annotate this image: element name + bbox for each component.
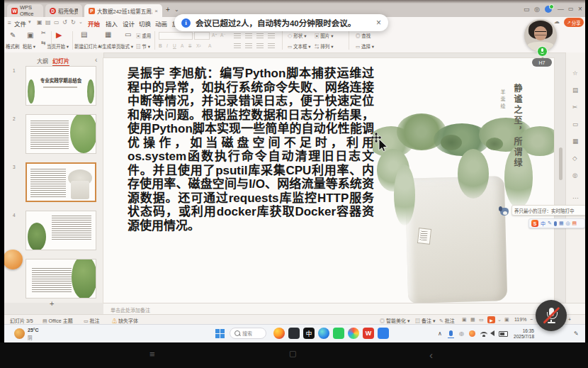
weather-icon[interactable] [14, 328, 25, 339]
tab-wps-home[interactable]: W WPS Office [7, 4, 43, 17]
slideshow-play-button[interactable]: ▶ [487, 316, 495, 323]
toast-close-icon[interactable]: × [376, 18, 381, 28]
format-painter-button[interactable]: 格式刷 [6, 43, 20, 50]
tray-hidden-icons-chevron[interactable]: ∧ [438, 330, 442, 337]
quickbar-caret-icon[interactable]: ⌄ [79, 19, 83, 25]
beautify-button[interactable]: ◎ 智能美化 ▾ [380, 317, 409, 324]
textbox-button[interactable]: ▭ 文本框 ▾ [288, 43, 311, 50]
comments-button[interactable]: ▭ 批注 [84, 317, 100, 324]
account-avatar[interactable] [545, 6, 552, 13]
bold-button[interactable]: B [159, 43, 162, 48]
highlight-button[interactable]: A [208, 43, 211, 48]
tab-docer-templates[interactable]: D 稻壳免费模板 [45, 4, 82, 17]
export-icon[interactable]: ▭ [54, 19, 60, 26]
normal-view-icon[interactable]: ▣ [462, 317, 467, 323]
cloud-sync-icon[interactable]: ☁ [554, 18, 560, 25]
superscript-button[interactable]: X² [196, 43, 201, 48]
rail-more-icon[interactable]: ⋯ [572, 194, 579, 201]
slides-tab[interactable]: 幻灯片 [52, 57, 69, 67]
underline-button[interactable]: U [173, 43, 176, 48]
ime-keyboard-icon[interactable]: ▦ [559, 221, 564, 226]
paste-icon[interactable]: ▣ [27, 31, 33, 39]
arrange-button[interactable]: ⇆ 排列 ▾ [315, 43, 333, 50]
reuse-slides-button[interactable]: ▣ 重用 [136, 32, 151, 39]
green-messenger-icon[interactable] [333, 328, 344, 339]
ai-generate-icon[interactable]: ▦ [105, 30, 111, 38]
meeting-mic-muted-button[interactable] [536, 300, 567, 331]
nav-back-button[interactable]: ‹ [429, 349, 433, 361]
annotate-button[interactable]: ✎ 批注 [439, 317, 455, 324]
new-slide-icon[interactable]: ▤ [81, 30, 87, 38]
play-from-current-icon[interactable]: ▶ [56, 30, 62, 40]
select-button[interactable]: ▭ 选择 ▾ [356, 43, 374, 50]
dark-app-icon[interactable] [288, 328, 300, 339]
font-color-button[interactable]: A [181, 43, 183, 48]
rail-grid-icon[interactable]: ▦ [572, 138, 578, 145]
reading-view-icon[interactable]: ▭ [479, 317, 484, 323]
file-menu-caret-icon[interactable]: ▾ [28, 19, 31, 25]
print-icon[interactable]: ▤ [45, 19, 51, 26]
shapes-button[interactable]: ◇ 形状 ▾ [288, 32, 306, 39]
indent-increase-icon[interactable] [268, 33, 275, 38]
align-center-icon[interactable] [245, 43, 252, 48]
slide-thumbnail-3-selected[interactable] [26, 162, 96, 202]
slide-thumbnail-1[interactable]: 专业实践学期总结会 [26, 66, 96, 106]
fullscreen-icon[interactable]: ▣ [504, 317, 509, 323]
hamburger-menu-icon[interactable]: ≡ [8, 19, 11, 26]
new-tab-button[interactable]: + [166, 6, 170, 13]
align-left-icon[interactable] [234, 43, 241, 48]
redo-icon[interactable]: ↻ [71, 19, 76, 26]
new-slide-button[interactable]: 新建幻灯片 ▾ [74, 43, 101, 50]
tray-mic-icon[interactable] [449, 330, 453, 336]
close-tab-icon[interactable]: × [154, 8, 158, 14]
add-slide-button[interactable]: + [50, 299, 54, 308]
collapse-panel-icon[interactable]: ‹ [95, 56, 97, 64]
browser-globe-icon[interactable] [348, 328, 359, 339]
play-options-caret-icon[interactable]: ⌄ [497, 317, 502, 323]
theme-button[interactable]: ▤ Office 主题 [43, 317, 73, 324]
copy-icon[interactable]: ⇆ [41, 40, 46, 46]
menu-tab-animation[interactable]: 动画 [155, 19, 167, 28]
slide-thumbnail-5[interactable] [26, 259, 96, 299]
tab-active-presentation[interactable]: P 大数据242班1组第五周总结.pptx × [84, 4, 162, 17]
menu-tab-transition[interactable]: 切换 [139, 19, 151, 28]
ime-emoji-icon[interactable]: ◎ [566, 221, 570, 226]
strikethrough-button[interactable]: S [188, 43, 191, 48]
slide-thumbnail-4[interactable] [26, 211, 96, 250]
picture-button[interactable]: ▣ 图片 ▾ [315, 32, 333, 39]
layout-icon[interactable]: ▭ [125, 30, 131, 38]
paste-button[interactable]: 粘贴 ▾ [23, 43, 35, 50]
outline-tab[interactable]: 大纲 [37, 57, 48, 65]
minimize-button[interactable]: — [558, 6, 564, 13]
ai-generate-button[interactable]: AI生成单页 [98, 43, 120, 50]
edge-browser-icon[interactable] [318, 328, 329, 339]
ime-toolbox-icon[interactable]: ▤ [572, 221, 577, 226]
wifi-icon[interactable] [480, 332, 487, 338]
grow-font-button[interactable]: A⁺ [212, 33, 217, 38]
tray-clock[interactable]: 16:35 2025/7/18 [509, 328, 534, 340]
t-app-icon[interactable]: 中 [303, 328, 315, 339]
layout-button[interactable]: 版式 ▾ [120, 43, 133, 50]
nav-home-button[interactable]: ▢ [289, 349, 296, 358]
volume-icon[interactable] [490, 330, 494, 336]
find-button[interactable]: ◎ 查找 [356, 32, 371, 39]
sogou-ime-logo[interactable]: S [531, 220, 538, 227]
undo-icon[interactable]: ↺ [62, 19, 67, 26]
rail-layers-icon[interactable]: ▤ [572, 87, 578, 94]
tray-settings-gear-icon[interactable]: ◎ [459, 330, 464, 337]
font-name-select[interactable] [159, 32, 193, 40]
indent-decrease-icon[interactable] [256, 33, 264, 38]
bullet-list-icon[interactable] [234, 33, 241, 38]
menu-tab-design[interactable]: 设计 [123, 19, 135, 28]
slide-canvas[interactable]: 吴振宇 李旭航：编写Python脚本捕获运维过程中的异常，如执行系统命令失败、网… [103, 58, 554, 303]
font-size-select[interactable] [194, 32, 210, 40]
canvas-scrollbar-thumb[interactable] [559, 147, 562, 180]
rail-layout-icon[interactable]: ▭ [572, 121, 578, 128]
close-window-button[interactable]: × [578, 6, 582, 13]
section-button[interactable]: ▤ 节 ▾ [136, 43, 150, 50]
settings-gear-icon[interactable]: ◎ [534, 6, 540, 13]
italic-button[interactable]: I [166, 43, 168, 48]
restore-button[interactable]: ▭ [568, 6, 574, 13]
tab-list-chevron-icon[interactable]: ⌄ [174, 6, 179, 13]
battery-icon[interactable] [499, 331, 508, 337]
